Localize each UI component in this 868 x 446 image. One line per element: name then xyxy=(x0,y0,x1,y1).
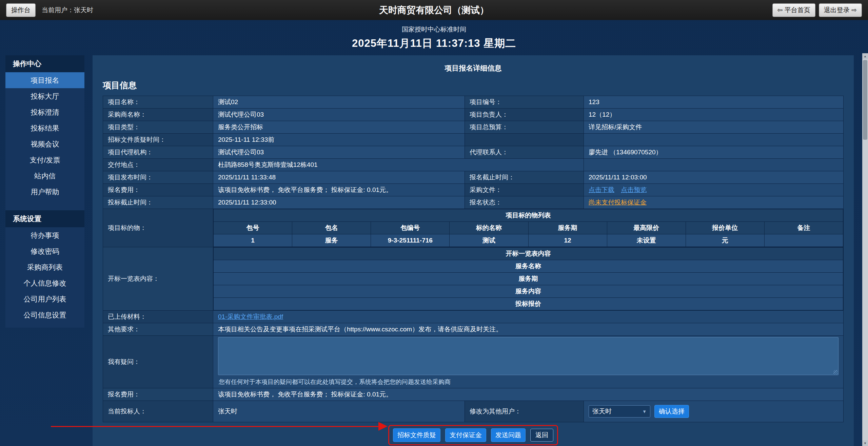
subjects-cell-pkg-code: 9-3-251111-716 xyxy=(371,234,450,247)
console-button[interactable]: 操作台 xyxy=(6,3,36,17)
sidebar-item-todo[interactable]: 待办事项 xyxy=(5,227,84,243)
table-row: 已上传材料： 01-采购文件审批表.pdf xyxy=(103,311,844,323)
subjects-header-price-unit: 报价单位 xyxy=(686,222,764,234)
question-cell: 您有任何对于本项目的疑问都可以在此处填写提交，系统将会把您的问题发送给采购商 xyxy=(213,336,844,388)
purchaser-value: 测试代理公司03 xyxy=(213,109,465,121)
scroll-down-icon[interactable]: ▼ xyxy=(862,440,868,446)
other-requirements-value: 本项目相关公告及变更事项在招采测试平台（https://www.cszoc.co… xyxy=(213,323,844,336)
sidebar-item-payment-invoice[interactable]: 支付/发票 xyxy=(5,152,84,168)
project-no-value: 123 xyxy=(584,96,844,109)
uploaded-label: 已上传材料： xyxy=(103,311,213,323)
download-link[interactable]: 点击下载 xyxy=(589,186,614,193)
bid-deadline-label: 投标截止时间： xyxy=(103,196,213,209)
sidebar-item-site-message[interactable]: 站内信 xyxy=(5,168,84,184)
vertical-scrollbar[interactable]: ▲ ▼ xyxy=(862,53,868,446)
scroll-up-icon[interactable]: ▲ xyxy=(862,53,868,59)
section-title-project-info: 项目信息 xyxy=(103,78,844,96)
table-row: 项目标的物列表 xyxy=(214,209,843,222)
purchase-doc-links: 点击下载 点击预览 xyxy=(584,184,844,196)
preview-link[interactable]: 点击预览 xyxy=(621,186,647,193)
opening-inner-table: 开标一览表内容 服务名称 服务期 服务内容 投标报价 xyxy=(213,247,843,310)
sidebar-item-bid-hall[interactable]: 投标大厅 xyxy=(5,88,84,104)
fee-value: 该项目免收标书费， 免收平台服务费； 投标保证金: 0.01元。 xyxy=(213,184,465,196)
table-row: 项目代理机构： 测试代理公司03 代理联系人： 廖先进 （13469070520… xyxy=(103,146,844,159)
opening-row-service-content: 服务内容 xyxy=(214,285,843,298)
empty-cell xyxy=(465,134,584,146)
agency-value: 测试代理公司03 xyxy=(213,146,465,159)
sidebar-item-bid-results[interactable]: 投标结果 xyxy=(5,120,84,136)
doc-question-button[interactable]: 招标文件质疑 xyxy=(393,428,440,442)
sidebar-item-profile-edit[interactable]: 个人信息修改 xyxy=(5,275,84,291)
topbar: 操作台 当前用户：张天时 天时商贸有限公司（测试） ⇦ 平台首页 退出登录 ⇨ xyxy=(0,0,868,20)
table-row: 项目类型： 服务类公开招标 项目总预算： 详见招标/采购文件 xyxy=(103,121,844,134)
sidebar-section-operations: 操作中心 xyxy=(5,55,84,72)
fee-bottom-label: 报名费用： xyxy=(103,388,213,401)
subjects-cell-pkg-no: 1 xyxy=(214,234,292,247)
signup-status-cell: 尚未支付投标保证金 xyxy=(584,196,844,209)
sidebar-item-company-settings[interactable]: 公司信息设置 xyxy=(5,307,84,323)
budget-value: 详见招标/采购文件 xyxy=(584,121,844,134)
opening-label: 开标一览表内容： xyxy=(103,247,213,311)
table-row: 招标文件质疑时间： 2025-11-11 12:33前 xyxy=(103,134,844,146)
current-bidder-value: 张天时 xyxy=(213,401,465,422)
subjects-cell-pkg-name: 服务 xyxy=(292,234,371,247)
uploaded-file-link[interactable]: 01-采购文件审批表.pdf xyxy=(218,313,283,320)
doc-question-time-label: 招标文件质疑时间： xyxy=(103,134,213,146)
agent-contact-label: 代理联系人： xyxy=(465,146,584,159)
sidebar-item-user-help[interactable]: 用户帮助 xyxy=(5,184,84,200)
sidebar-item-purchaser-list[interactable]: 采购商列表 xyxy=(5,259,84,275)
bid-deadline-value: 2025/11/11 12:33:00 xyxy=(213,196,465,209)
project-no-label: 项目编号： xyxy=(465,96,584,109)
budget-label: 项目总预算： xyxy=(465,121,584,134)
user-select-value: 张天时 xyxy=(592,407,612,416)
action-button-group: 招标文件质疑 支付保证金 发送问题 返回 xyxy=(393,428,553,442)
type-value: 服务类公开招标 xyxy=(213,121,465,134)
sidebar-section-settings: 系统设置 xyxy=(5,210,84,227)
table-row: 投标截止时间： 2025/11/11 12:33:00 报名状态： 尚未支付投标… xyxy=(103,196,844,209)
table-row-bidder: 当前投标人： 张天时 修改为其他用户： 张天时 ▼ 确认选择 xyxy=(103,401,844,422)
sidebar-item-project-signup[interactable]: 项目报名 xyxy=(5,72,84,88)
confirm-select-button[interactable]: 确认选择 xyxy=(654,405,689,418)
sidebar: 操作中心 项目报名 投标大厅 投标澄清 投标结果 视频会议 支付/发票 站内信 … xyxy=(5,55,84,328)
fee-label: 报名费用： xyxy=(103,184,213,196)
project-info-table: 项目名称： 测试02 项目编号： 123 采购商名称： 测试代理公司03 项目负… xyxy=(103,96,844,422)
action-bar: 招标文件质疑 支付保证金 发送问题 返回 xyxy=(103,428,844,442)
subjects-inner-table: 项目标的物列表 包号 包名 包编号 标的名称 服务期 最高限价 报价单位 xyxy=(213,209,843,247)
leader-value: 12（12） xyxy=(584,109,844,121)
opening-row-service-period: 服务期 xyxy=(214,273,843,285)
project-name-value: 测试02 xyxy=(213,96,465,109)
signup-deadline-label: 报名截止时间： xyxy=(465,171,584,184)
back-button[interactable]: 返回 xyxy=(530,429,553,442)
sidebar-item-video-meeting[interactable]: 视频会议 xyxy=(5,136,84,152)
opening-table-title: 开标一览表内容 xyxy=(214,248,843,260)
table-row: 服务名称 xyxy=(214,260,843,273)
subjects-cell-subject-name: 测试 xyxy=(450,234,528,247)
subjects-cell-price-unit: 元 xyxy=(686,234,764,247)
platform-home-button[interactable]: ⇦ 平台首页 xyxy=(772,3,815,17)
table-row: 报名费用： 该项目免收标书费， 免收平台服务费； 投标保证金: 0.01元。 采… xyxy=(103,184,844,196)
subjects-header-service-period: 服务期 xyxy=(528,222,607,234)
question-textarea[interactable] xyxy=(218,337,839,375)
table-row-opening: 开标一览表内容： 开标一览表内容 服务名称 服务期 服务内容 投标报价 xyxy=(103,247,844,311)
sidebar-item-bid-clarification[interactable]: 投标澄清 xyxy=(5,104,84,120)
scrollbar-thumb[interactable] xyxy=(863,60,867,140)
clock-label: 国家授时中心标准时间 xyxy=(402,25,466,34)
logout-button[interactable]: 退出登录 ⇨ xyxy=(819,3,862,17)
user-select[interactable]: 张天时 ▼ xyxy=(589,405,650,418)
subjects-header-pkg-name: 包名 xyxy=(292,222,371,234)
agent-contact-value: 廖先进 （13469070520） xyxy=(584,146,844,159)
content: 操作中心 项目报名 投标大厅 投标澄清 投标结果 视频会议 支付/发票 站内信 … xyxy=(0,55,868,446)
subjects-header-pkg-no: 包号 xyxy=(214,222,292,234)
signup-status-link[interactable]: 尚未支付投标保证金 xyxy=(589,199,647,206)
topbar-right: ⇦ 平台首页 退出登录 ⇨ xyxy=(772,3,862,17)
subjects-header-remark: 备注 xyxy=(764,222,843,234)
resize-handle-icon[interactable] xyxy=(833,370,838,374)
sidebar-item-company-users[interactable]: 公司用户列表 xyxy=(5,291,84,307)
pay-deposit-button[interactable]: 支付保证金 xyxy=(445,428,486,442)
sidebar-item-change-password[interactable]: 修改密码 xyxy=(5,243,84,259)
company-title: 天时商贸有限公司（测试） xyxy=(0,4,868,16)
table-row: 交付地点： 杜鹃路858号奥克斯缔壹城12栋401 xyxy=(103,159,844,171)
subjects-cell-remark xyxy=(764,234,843,247)
send-question-button[interactable]: 发送问题 xyxy=(491,428,526,442)
table-row: 投标报价 xyxy=(214,298,843,310)
